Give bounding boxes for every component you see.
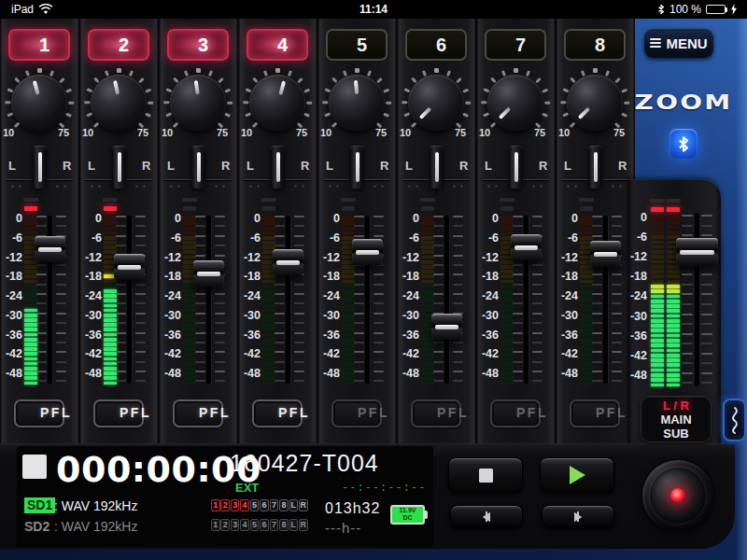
- fader-tick: [682, 225, 693, 227]
- pfl-button[interactable]: PFL: [331, 399, 382, 427]
- pfl-button[interactable]: PFL: [252, 399, 303, 427]
- meter-segment: [421, 250, 434, 254]
- pfl-button[interactable]: PFL: [173, 399, 223, 427]
- pan-handle[interactable]: [112, 146, 126, 189]
- fader-tick: [56, 380, 66, 382]
- pan-handle[interactable]: [588, 146, 602, 189]
- pan-slider[interactable]: L R: [556, 140, 635, 194]
- channel-number-button[interactable]: 8: [564, 29, 626, 61]
- menu-button[interactable]: MENU: [644, 28, 713, 58]
- pan-handle[interactable]: [509, 146, 523, 189]
- knob-tick: [403, 89, 409, 93]
- play-button[interactable]: [540, 457, 614, 493]
- channel-number-button[interactable]: 7: [485, 29, 546, 61]
- pfl-button[interactable]: PFL: [411, 399, 461, 427]
- play-icon: [570, 466, 585, 484]
- stop-button[interactable]: [448, 457, 523, 493]
- forward-button[interactable]: [542, 505, 614, 528]
- rewind-button[interactable]: [450, 505, 523, 528]
- pfl-button[interactable]: PFL: [490, 399, 541, 427]
- master-select-button[interactable]: L / R MAIN SUB: [641, 396, 712, 442]
- fader-track[interactable]: [444, 216, 449, 384]
- pan-handle[interactable]: [430, 146, 444, 189]
- fader-track[interactable]: [206, 216, 211, 384]
- knob-max-label: 75: [613, 127, 625, 138]
- sd2-remaining-time: ---h--: [325, 520, 361, 536]
- meter-scale-label: -24: [79, 289, 102, 302]
- fader-handle[interactable]: [193, 260, 224, 287]
- fader-tick: [592, 371, 602, 372]
- channel-number-button[interactable]: 1: [8, 29, 70, 61]
- fader-handle[interactable]: [35, 236, 65, 262]
- fader-tick: [56, 342, 66, 343]
- fader-tick: [433, 273, 444, 275]
- knob-tick: [138, 77, 144, 83]
- meter-segment: [24, 352, 37, 356]
- meter-segment: [651, 315, 664, 318]
- clip-led: [421, 206, 434, 211]
- tuner-button[interactable]: [723, 399, 746, 441]
- knob-max-label: 75: [58, 127, 69, 138]
- meter-segment: [262, 231, 275, 235]
- pan-handle[interactable]: [350, 146, 364, 189]
- fader-handle[interactable]: [273, 249, 303, 275]
- meter-segment: [651, 343, 664, 347]
- meter-segment: [262, 299, 275, 302]
- pan-handle[interactable]: [271, 146, 285, 189]
- pan-slider[interactable]: L R: [79, 140, 159, 194]
- fader-track[interactable]: [127, 216, 132, 384]
- fader-tick: [612, 380, 622, 382]
- meter-segment: [651, 349, 664, 353]
- pan-slider[interactable]: L R: [476, 140, 556, 194]
- pan-slider[interactable]: L R: [317, 140, 397, 194]
- channel-number-button[interactable]: 5: [326, 29, 388, 61]
- pan-handle[interactable]: [33, 146, 47, 189]
- meter-segment: [500, 217, 514, 220]
- fader-handle[interactable]: [114, 254, 145, 280]
- pan-slider[interactable]: L R: [238, 140, 317, 194]
- pan-slider[interactable]: L R: [0, 140, 79, 194]
- meter-segment: [183, 304, 196, 308]
- knob-tick: [434, 68, 439, 73]
- master-fader-handle[interactable]: [676, 238, 718, 266]
- fader-tick: [682, 382, 693, 384]
- meter-scale-label: -48: [79, 367, 102, 380]
- fader-handle[interactable]: [590, 241, 621, 267]
- knob-tick: [490, 122, 496, 128]
- knob-tick: [526, 70, 530, 76]
- knob-tick: [218, 77, 223, 83]
- fader-tick: [612, 371, 622, 372]
- meter-segment: [421, 227, 434, 231]
- pan-slider[interactable]: L R: [397, 140, 476, 194]
- pan-slider[interactable]: L R: [159, 140, 238, 194]
- fader-tick: [294, 235, 304, 237]
- pfl-button[interactable]: PFL: [570, 399, 620, 427]
- meter-scale-label: -12: [627, 250, 647, 263]
- fader-tick: [513, 371, 523, 372]
- pan-left-label: L: [405, 159, 413, 173]
- fader-tick: [195, 332, 205, 334]
- fader-track[interactable]: [286, 216, 290, 384]
- channel-number-button[interactable]: 3: [167, 29, 229, 61]
- channel-number-label: 6: [436, 31, 446, 59]
- pan-handle[interactable]: [191, 146, 205, 189]
- fader-handle[interactable]: [352, 239, 383, 265]
- knob-tick: [25, 70, 30, 76]
- record-button[interactable]: [642, 460, 713, 531]
- pfl-button[interactable]: PFL: [14, 399, 64, 427]
- channel-number-button[interactable]: 2: [88, 29, 149, 61]
- fader-handle[interactable]: [511, 234, 542, 260]
- pfl-button[interactable]: PFL: [93, 399, 144, 427]
- fader-tick: [116, 342, 126, 343]
- fader-handle[interactable]: [431, 314, 462, 340]
- meter-segment: [421, 270, 434, 273]
- track-indicator: 2: [220, 519, 230, 531]
- fader-tick: [433, 351, 444, 353]
- pan-right-label: R: [221, 159, 230, 173]
- knob-tick: [605, 70, 610, 76]
- fader-tick: [36, 216, 47, 217]
- channel-number-button[interactable]: 6: [405, 29, 467, 61]
- channel-strip-2: 2 10 75 L R PFL 0-6-12-18-24-30-36-42-48: [79, 19, 159, 443]
- fader-tick: [453, 351, 463, 353]
- channel-number-button[interactable]: 4: [247, 29, 308, 61]
